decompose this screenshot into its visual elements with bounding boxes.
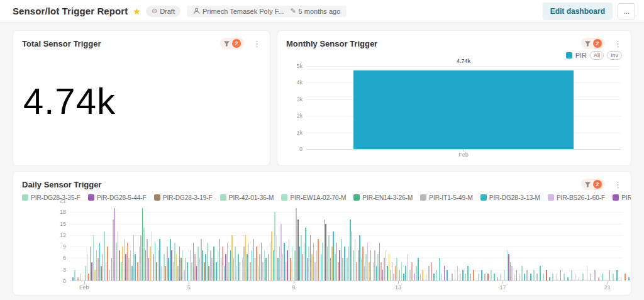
bar-segment[interactable] [93, 235, 94, 281]
bar-segment[interactable] [277, 258, 279, 281]
bar-segment[interactable] [302, 254, 303, 281]
bar-segment[interactable] [273, 250, 274, 281]
bar-segment[interactable] [392, 262, 393, 281]
bar-segment[interactable] [261, 243, 262, 281]
bar-segment[interactable] [497, 277, 498, 281]
bar-segment[interactable] [125, 254, 126, 281]
bar-segment[interactable] [342, 258, 343, 281]
card-menu-icon[interactable]: ⋮ [614, 39, 622, 48]
bar-segment[interactable] [190, 250, 191, 281]
bar-segment[interactable] [201, 239, 202, 281]
bar-segment[interactable] [428, 266, 430, 281]
bar-segment[interactable] [582, 274, 584, 281]
favorite-star-icon[interactable]: ★ [133, 6, 141, 16]
bar-segment[interactable] [399, 270, 400, 281]
bar-segment[interactable] [549, 277, 550, 281]
bar-segment[interactable] [510, 262, 511, 281]
bar-segment[interactable] [197, 247, 199, 281]
bar-segment[interactable] [202, 250, 203, 281]
bar-segment[interactable] [359, 235, 360, 281]
bar-segment[interactable] [511, 266, 513, 281]
bar-segment[interactable] [242, 258, 243, 281]
bar-segment[interactable] [227, 243, 228, 281]
bar-segment[interactable] [533, 270, 535, 281]
bar-segment[interactable] [137, 262, 138, 281]
bar-segment[interactable] [460, 274, 461, 281]
bar-segment[interactable] [94, 270, 96, 281]
bar-segment[interactable] [557, 274, 558, 281]
bar-segment[interactable] [356, 262, 357, 281]
bar-segment[interactable] [571, 270, 572, 281]
bar-segment[interactable] [216, 262, 217, 281]
bar-segment[interactable] [508, 254, 509, 281]
bar-segment[interactable] [625, 274, 626, 281]
bar-segment[interactable] [142, 208, 143, 281]
bar-segment[interactable] [101, 266, 102, 281]
bar-segment[interactable] [426, 274, 427, 281]
bar-segment[interactable] [130, 250, 131, 281]
bar-segment[interactable] [373, 262, 374, 281]
bar-segment[interactable] [133, 235, 135, 281]
bar-segment[interactable] [88, 274, 89, 281]
bar-segment[interactable] [420, 274, 421, 281]
bar-segment[interactable] [358, 250, 359, 281]
bar-segment[interactable] [409, 270, 411, 281]
bar-segment[interactable] [106, 262, 107, 281]
bar-segment[interactable] [299, 247, 300, 281]
bar-segment[interactable] [113, 219, 114, 281]
bar-segment[interactable] [247, 254, 248, 281]
bar-segment[interactable] [616, 270, 618, 281]
filter-indicator[interactable]: 2 [581, 38, 605, 49]
card-menu-icon[interactable]: ⋮ [253, 39, 261, 48]
bar-segment[interactable] [187, 262, 188, 281]
bar-segment[interactable] [380, 262, 382, 281]
bar-segment[interactable] [628, 277, 630, 281]
edit-dashboard-button[interactable]: Edit dashboard [543, 3, 613, 20]
bar-segment[interactable] [213, 247, 214, 281]
bar-segment[interactable] [382, 270, 384, 281]
bar-segment[interactable] [282, 254, 284, 281]
bar-segment[interactable] [564, 274, 565, 281]
bar-segment[interactable] [222, 247, 223, 281]
bar-segment[interactable] [609, 270, 610, 281]
bar-segment[interactable] [171, 250, 172, 281]
bar-segment[interactable] [416, 266, 417, 281]
bar-segment[interactable] [80, 274, 82, 281]
bar-segment[interactable] [150, 247, 151, 281]
bar-segment[interactable] [208, 266, 209, 281]
bar-segment[interactable] [253, 239, 254, 281]
bar-segment[interactable] [403, 274, 404, 281]
bar-segment[interactable] [103, 254, 104, 281]
bar-segment[interactable] [252, 250, 253, 281]
bar-segment[interactable] [587, 266, 588, 281]
bar-segment[interactable] [507, 250, 508, 281]
bar-segment[interactable] [377, 254, 379, 281]
bar-segment[interactable] [91, 262, 92, 281]
bar-segment[interactable] [240, 262, 241, 281]
bar-segment[interactable] [77, 277, 79, 281]
bar-segment[interactable] [111, 258, 113, 281]
bar-segment[interactable] [361, 258, 362, 281]
bar-segment[interactable] [131, 266, 133, 281]
bar-segment[interactable] [128, 258, 130, 281]
bar-segment[interactable] [325, 224, 326, 281]
bar-segment[interactable] [519, 274, 520, 281]
bar-segment[interactable] [365, 254, 367, 281]
bar-segment[interactable] [540, 266, 541, 281]
bar-segment[interactable] [387, 266, 388, 281]
bar-segment[interactable] [180, 258, 182, 281]
bar-segment[interactable] [255, 258, 256, 281]
bar-segment[interactable] [307, 258, 308, 281]
bar-segment[interactable] [145, 250, 147, 281]
card-menu-icon[interactable]: ⋮ [614, 180, 622, 189]
bar-segment[interactable] [204, 262, 205, 281]
bar-segment[interactable] [268, 254, 269, 281]
bar-segment[interactable] [301, 235, 302, 281]
bar-segment[interactable] [158, 250, 159, 281]
bar-segment[interactable] [418, 258, 419, 281]
bar-segment[interactable] [153, 254, 154, 281]
bar-segment[interactable] [165, 266, 166, 281]
bar-segment[interactable] [279, 247, 280, 281]
bar-segment[interactable] [97, 258, 99, 281]
bar-segment[interactable] [199, 258, 201, 281]
